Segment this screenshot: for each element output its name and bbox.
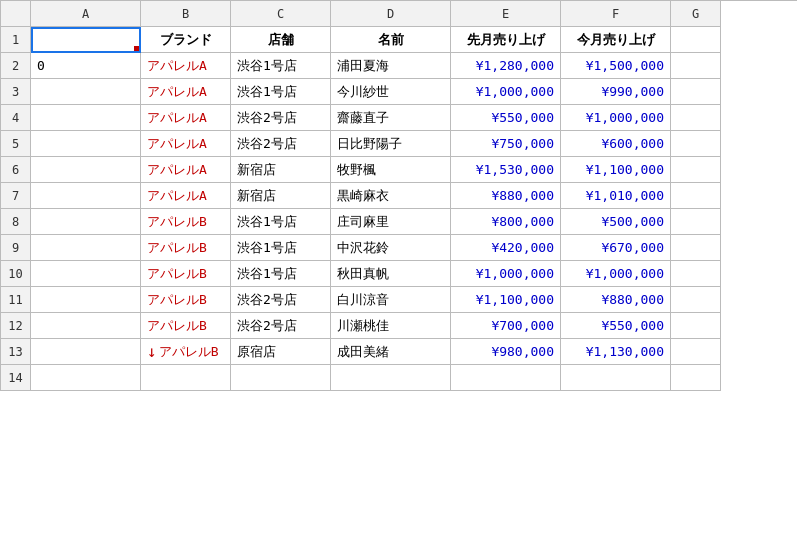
cell-G8[interactable] [671,209,721,235]
col-header-C[interactable]: C [231,1,331,27]
cell-C4[interactable]: 渋谷2号店 [231,105,331,131]
cell-D12[interactable]: 川瀬桃佳 [331,313,451,339]
cell-B8[interactable]: アパレルB [141,209,231,235]
cell-F14[interactable] [561,365,671,391]
cell-G13[interactable] [671,339,721,365]
cell-C12[interactable]: 渋谷2号店 [231,313,331,339]
cell-A9[interactable] [31,235,141,261]
cell-G5[interactable] [671,131,721,157]
cell-G2[interactable] [671,53,721,79]
cell-G7[interactable] [671,183,721,209]
cell-E5[interactable]: ¥750,000 [451,131,561,157]
cell-C6[interactable]: 新宿店 [231,157,331,183]
cell-G1[interactable] [671,27,721,53]
cell-B11[interactable]: アパレルB [141,287,231,313]
row-num-11[interactable]: 11 [1,287,31,313]
cell-E12[interactable]: ¥700,000 [451,313,561,339]
row-num-2[interactable]: 2 [1,53,31,79]
cell-E7[interactable]: ¥880,000 [451,183,561,209]
cell-B1[interactable]: ブランド [141,27,231,53]
cell-G3[interactable] [671,79,721,105]
row-num-9[interactable]: 9 [1,235,31,261]
cell-G4[interactable] [671,105,721,131]
cell-C13[interactable]: 原宿店 [231,339,331,365]
cell-A2[interactable]: 0 [31,53,141,79]
cell-D8[interactable]: 庄司麻里 [331,209,451,235]
cell-G6[interactable] [671,157,721,183]
cell-C3[interactable]: 渋谷1号店 [231,79,331,105]
cell-F5[interactable]: ¥600,000 [561,131,671,157]
cell-C5[interactable]: 渋谷2号店 [231,131,331,157]
cell-A3[interactable] [31,79,141,105]
row-num-7[interactable]: 7 [1,183,31,209]
row-num-3[interactable]: 3 [1,79,31,105]
cell-B12[interactable]: アパレルB [141,313,231,339]
cell-F7[interactable]: ¥1,010,000 [561,183,671,209]
cell-C11[interactable]: 渋谷2号店 [231,287,331,313]
cell-D10[interactable]: 秋田真帆 [331,261,451,287]
cell-B6[interactable]: アパレルA [141,157,231,183]
cell-F3[interactable]: ¥990,000 [561,79,671,105]
cell-G9[interactable] [671,235,721,261]
cell-F8[interactable]: ¥500,000 [561,209,671,235]
cell-E6[interactable]: ¥1,530,000 [451,157,561,183]
row-num-13[interactable]: 13 [1,339,31,365]
cell-B3[interactable]: アパレルA [141,79,231,105]
cell-F4[interactable]: ¥1,000,000 [561,105,671,131]
cell-E13[interactable]: ¥980,000 [451,339,561,365]
cell-F2[interactable]: ¥1,500,000 [561,53,671,79]
cell-E11[interactable]: ¥1,100,000 [451,287,561,313]
row-num-8[interactable]: 8 [1,209,31,235]
cell-E8[interactable]: ¥800,000 [451,209,561,235]
cell-G12[interactable] [671,313,721,339]
cell-E14[interactable] [451,365,561,391]
cell-C10[interactable]: 渋谷1号店 [231,261,331,287]
cell-D7[interactable]: 黒崎麻衣 [331,183,451,209]
cell-G14[interactable] [671,365,721,391]
cell-C1[interactable]: 店舗 [231,27,331,53]
row-num-5[interactable]: 5 [1,131,31,157]
cell-C14[interactable] [231,365,331,391]
col-header-corner[interactable] [1,1,31,27]
cell-D6[interactable]: 牧野楓 [331,157,451,183]
cell-A10[interactable] [31,261,141,287]
cell-B4[interactable]: アパレルA [141,105,231,131]
row-num-6[interactable]: 6 [1,157,31,183]
cell-A13[interactable] [31,339,141,365]
cell-C9[interactable]: 渋谷1号店 [231,235,331,261]
cell-A14[interactable] [31,365,141,391]
cell-G10[interactable] [671,261,721,287]
cell-F10[interactable]: ¥1,000,000 [561,261,671,287]
cell-D14[interactable] [331,365,451,391]
cell-A1[interactable] [31,27,141,53]
col-header-B[interactable]: B [141,1,231,27]
cell-A12[interactable] [31,313,141,339]
cell-C2[interactable]: 渋谷1号店 [231,53,331,79]
cell-A6[interactable] [31,157,141,183]
cell-B5[interactable]: アパレルA [141,131,231,157]
col-header-G[interactable]: G [671,1,721,27]
cell-F12[interactable]: ¥550,000 [561,313,671,339]
cell-D13[interactable]: 成田美緒 [331,339,451,365]
col-header-F[interactable]: F [561,1,671,27]
cell-A4[interactable] [31,105,141,131]
cell-F13[interactable]: ¥1,130,000 [561,339,671,365]
cell-C7[interactable]: 新宿店 [231,183,331,209]
cell-B14[interactable] [141,365,231,391]
col-header-D[interactable]: D [331,1,451,27]
cell-B13[interactable]: ↓アパレルB [141,339,231,365]
row-num-14[interactable]: 14 [1,365,31,391]
cell-F11[interactable]: ¥880,000 [561,287,671,313]
cell-D5[interactable]: 日比野陽子 [331,131,451,157]
cell-B9[interactable]: アパレルB [141,235,231,261]
cell-A8[interactable] [31,209,141,235]
cell-D11[interactable]: 白川涼音 [331,287,451,313]
cell-B7[interactable]: アパレルA [141,183,231,209]
cell-A7[interactable] [31,183,141,209]
cell-C8[interactable]: 渋谷1号店 [231,209,331,235]
row-num-10[interactable]: 10 [1,261,31,287]
cell-D9[interactable]: 中沢花鈴 [331,235,451,261]
row-num-1[interactable]: 1 [1,27,31,53]
cell-B10[interactable]: アパレルB [141,261,231,287]
cell-E2[interactable]: ¥1,280,000 [451,53,561,79]
